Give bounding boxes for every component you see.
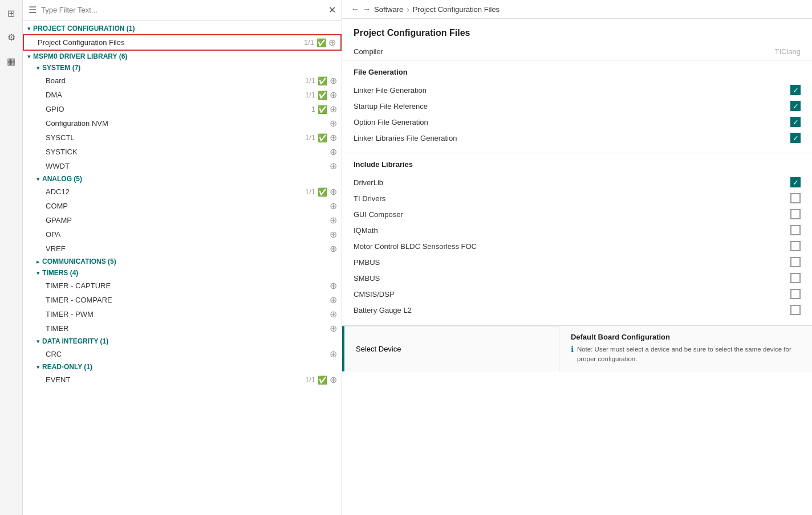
startup-file-ref-checkbox[interactable]: ✓ (790, 101, 801, 111)
item-label: OPA (46, 230, 61, 239)
tree-item-gpamp[interactable]: GPAMP⊕ (23, 213, 342, 227)
gui-composer-checkbox[interactable] (790, 209, 801, 219)
item-label: TIMER - CAPTURE (46, 281, 111, 290)
tree-item-board[interactable]: Board1/1✅⊕ (23, 73, 342, 88)
driverlib-checkbox[interactable]: ✓ (790, 177, 801, 187)
add-icon[interactable]: ⊕ (330, 374, 337, 385)
tree-item-gpio[interactable]: GPIO1✅⊕ (23, 102, 342, 116)
tree-item-crc[interactable]: CRC⊕ (23, 347, 342, 361)
check-icon: ✅ (318, 187, 327, 197)
file-generation-section: File Generation Linker File Generation✓S… (342, 61, 812, 153)
lib-row-battery-gauge: Battery Gauge L2 (354, 302, 801, 318)
breadcrumb-page: Project Configuration Files (413, 5, 500, 14)
config-icon[interactable]: ⚙ (3, 28, 20, 46)
item-right: ⊕ (330, 309, 337, 320)
add-icon[interactable]: ⊕ (330, 229, 337, 240)
back-button[interactable]: ← (351, 5, 359, 14)
tree-item-timer-capture[interactable]: TIMER - CAPTURE⊕ (23, 279, 342, 293)
tree-item-dma[interactable]: DMA1/1✅⊕ (23, 88, 342, 102)
item-label: GPIO (46, 105, 64, 113)
lib-row-motor-control: Motor Control BLDC Sensorless FOC (354, 238, 801, 254)
ti-drivers-checkbox[interactable] (790, 193, 801, 203)
tree-item-system[interactable]: ▾SYSTEM (7) (23, 62, 342, 73)
tree-item-sysctl[interactable]: SYSCTL1/1✅⊕ (23, 130, 342, 145)
file-gen-row-option-file-gen: Option File Generation✓ (354, 114, 801, 130)
filter-input[interactable] (41, 6, 324, 14)
close-button[interactable]: ✕ (328, 5, 336, 15)
item-label: DMA (46, 91, 62, 99)
option-file-gen-checkbox[interactable]: ✓ (790, 117, 801, 127)
tree-item-timer-pwm[interactable]: TIMER - PWM⊕ (23, 307, 342, 321)
add-icon[interactable]: ⊕ (330, 215, 337, 226)
add-icon[interactable]: ⊕ (330, 309, 337, 320)
group-label: ANALOG (5) (42, 175, 82, 183)
tree-item-project-config[interactable]: ▾PROJECT CONFIGURATION (1) (23, 23, 342, 34)
tree-item-adc12[interactable]: ADC121/1✅⊕ (23, 185, 342, 199)
grid-icon[interactable]: ⊞ (3, 5, 20, 22)
tree-item-config-nvm[interactable]: Configuration NVM⊕ (23, 116, 342, 130)
add-icon[interactable]: ⊕ (330, 201, 337, 211)
add-icon[interactable]: ⊕ (330, 280, 337, 291)
menu-icon[interactable]: ☰ (29, 5, 36, 15)
smbus-checkbox[interactable] (790, 273, 801, 283)
check-icon: ✅ (318, 91, 327, 100)
tree-item-comp[interactable]: COMP⊕ (23, 199, 342, 213)
forward-button[interactable]: → (363, 5, 371, 14)
chevron-icon: ▾ (36, 64, 40, 72)
tree-item-systick[interactable]: SYSTICK⊕ (23, 145, 342, 159)
tree-item-timer[interactable]: TIMER⊕ (23, 321, 342, 336)
tree-item-wwdt[interactable]: WWDT⊕ (23, 159, 342, 173)
add-icon[interactable]: ⊕ (330, 89, 337, 100)
file-gen-row-linker-file-gen: Linker File Generation✓ (354, 82, 801, 98)
info-note: Note: User must select a device and be s… (577, 345, 801, 365)
tree-item-opa[interactable]: OPA⊕ (23, 227, 342, 242)
check-icon: ✅ (318, 133, 327, 142)
motor-control-checkbox[interactable] (790, 241, 801, 251)
lib-row-iqmath: IQMath (354, 222, 801, 238)
add-icon[interactable]: ⊕ (330, 161, 337, 171)
config-label: Option File Generation (354, 118, 790, 126)
sidebar-header: ☰ ✕ (23, 0, 342, 21)
tree-item-data-integrity[interactable]: ▾DATA INTEGRITY (1) (23, 336, 342, 347)
tree-item-vref[interactable]: VREF⊕ (23, 242, 342, 256)
group-label: READ-ONLY (1) (42, 363, 92, 371)
add-icon[interactable]: ⊕ (328, 37, 336, 48)
pmbus-checkbox[interactable] (790, 257, 801, 267)
group-label: DATA INTEGRITY (1) (42, 337, 108, 345)
tree-item-communications[interactable]: ▸COMMUNICATIONS (5) (23, 256, 342, 267)
item-label: Project Configuration Files (38, 38, 124, 47)
table-icon[interactable]: ▦ (3, 52, 20, 70)
tree-item-event[interactable]: EVENT1/1✅⊕ (23, 373, 342, 387)
linker-libs-file-gen-checkbox[interactable]: ✓ (790, 133, 801, 143)
item-label: CRC (46, 350, 62, 358)
add-icon[interactable]: ⊕ (330, 118, 337, 129)
tree-item-mspm0-driver[interactable]: ▾MSPM0 DRIVER LIBRARY (6) (23, 51, 342, 62)
add-icon[interactable]: ⊕ (330, 146, 337, 157)
add-icon[interactable]: ⊕ (330, 186, 337, 197)
item-right: ⊕ (330, 215, 337, 226)
battery-gauge-checkbox[interactable] (790, 305, 801, 315)
item-label: SYSCTL (46, 133, 75, 142)
lib-row-driverlib: DriverLib✓ (354, 174, 801, 190)
add-icon[interactable]: ⊕ (330, 75, 337, 86)
add-icon[interactable]: ⊕ (330, 323, 337, 334)
chevron-icon: ▾ (27, 25, 31, 32)
tree-item-project-config-files[interactable]: Project Configuration Files1/1✅⊕ (23, 34, 342, 51)
add-icon[interactable]: ⊕ (330, 104, 337, 115)
tree-item-analog[interactable]: ▾ANALOG (5) (23, 173, 342, 185)
item-label: ADC12 (46, 187, 70, 196)
add-icon[interactable]: ⊕ (330, 295, 337, 305)
tree-item-read-only[interactable]: ▾READ-ONLY (1) (23, 361, 342, 373)
chevron-icon: ▾ (36, 269, 40, 277)
breadcrumb-software[interactable]: Software (374, 5, 403, 14)
tree-item-timer-compare[interactable]: TIMER - COMPARE⊕ (23, 293, 342, 307)
iqmath-checkbox[interactable] (790, 225, 801, 235)
main-content: Project Configuration Files Compiler TIC… (342, 19, 812, 515)
add-icon[interactable]: ⊕ (330, 349, 337, 359)
add-icon[interactable]: ⊕ (330, 243, 337, 254)
tree-item-timers[interactable]: ▾TIMERS (4) (23, 267, 342, 279)
cmsis-dsp-checkbox[interactable] (790, 289, 801, 299)
add-icon[interactable]: ⊕ (330, 132, 337, 143)
linker-file-gen-checkbox[interactable]: ✓ (790, 85, 801, 95)
lib-label: Battery Gauge L2 (354, 306, 790, 314)
